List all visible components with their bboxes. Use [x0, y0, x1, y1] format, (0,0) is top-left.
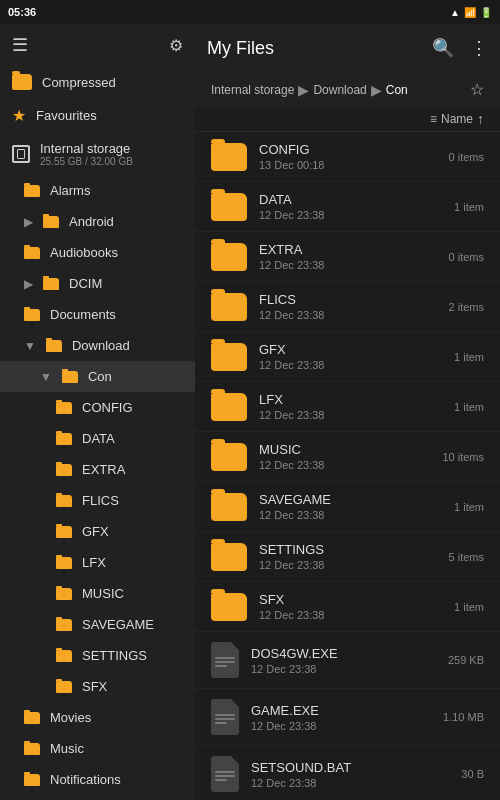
file-item[interactable]: SETTINGS 12 Dec 23:38 5 items	[195, 532, 500, 582]
file-name: DATA	[259, 192, 442, 207]
sort-label-text: Name	[441, 112, 473, 126]
file-count: 1 item	[454, 351, 484, 363]
sidebar-item-label: EXTRA	[82, 462, 125, 477]
storage-label: Internal storage	[40, 141, 133, 156]
file-icon	[211, 699, 239, 735]
folder-icon	[62, 371, 78, 383]
sidebar-item-savegame[interactable]: SAVEGAME	[0, 609, 195, 640]
file-count: 0 items	[449, 151, 484, 163]
sidebar-item-data[interactable]: DATA	[0, 423, 195, 454]
file-item[interactable]: GAME.EXE 12 Dec 23:38 1.10 MB	[195, 689, 500, 746]
sidebar-item-config[interactable]: CONFIG	[0, 392, 195, 423]
sidebar-item-gfx[interactable]: GFX	[0, 516, 195, 547]
sidebar-item-label: Android	[69, 214, 114, 229]
breadcrumb-sep: ▶	[298, 82, 309, 98]
status-bar: 05:36 ▲ 📶 🔋	[0, 0, 500, 24]
folder-icon	[56, 650, 72, 662]
file-name: SETTINGS	[259, 542, 437, 557]
file-item[interactable]: CONFIG 13 Dec 00:18 0 items	[195, 132, 500, 182]
sidebar-item-internal-storage[interactable]: Internal storage 25.55 GB / 32.00 GB	[0, 133, 195, 175]
folder-icon	[211, 493, 247, 521]
file-info: FLICS 12 Dec 23:38	[259, 292, 437, 321]
file-date: 12 Dec 23:38	[259, 559, 437, 571]
folder-icon	[24, 712, 40, 724]
wifi-icon: ▲	[450, 7, 460, 18]
file-item[interactable]: EXTRA 12 Dec 23:38 0 items	[195, 232, 500, 282]
file-count: 1 item	[454, 201, 484, 213]
file-info: DATA 12 Dec 23:38	[259, 192, 442, 221]
sidebar-item-flics[interactable]: FLICS	[0, 485, 195, 516]
file-date: 12 Dec 23:38	[259, 509, 442, 521]
file-info: CONFIG 13 Dec 00:18	[259, 142, 437, 171]
sort-direction-icon[interactable]: ↑	[477, 111, 484, 127]
sidebar-item-label: Documents	[50, 307, 116, 322]
file-item[interactable]: SAVEGAME 12 Dec 23:38 1 item	[195, 482, 500, 532]
sidebar-item-lfx[interactable]: LFX	[0, 547, 195, 578]
sidebar-item-favourites[interactable]: ★ Favourites	[0, 98, 195, 133]
sidebar-item-sfx[interactable]: SFX	[0, 671, 195, 702]
file-item[interactable]: SETSOUND.BAT 12 Dec 23:38 30 B	[195, 746, 500, 800]
sidebar-item-con[interactable]: ▼ Con	[0, 361, 195, 392]
chevron-down-icon: ▼	[40, 370, 52, 384]
folder-icon	[56, 402, 72, 414]
storage-icon	[12, 145, 30, 163]
file-item[interactable]: LFX 12 Dec 23:38 1 item	[195, 382, 500, 432]
sidebar-item-download[interactable]: ▼ Download	[0, 330, 195, 361]
sidebar-item-compressed[interactable]: Compressed	[0, 66, 195, 98]
right-panel: My Files 🔍 ⋮ Internal storage ▶ Download…	[195, 24, 500, 800]
sidebar-item-label: Con	[88, 369, 112, 384]
folder-icon	[24, 185, 40, 197]
folder-icon	[56, 681, 72, 693]
file-item[interactable]: FLICS 12 Dec 23:38 2 items	[195, 282, 500, 332]
settings-icon[interactable]: ⚙	[169, 36, 183, 55]
sidebar-item-android[interactable]: ▶ Android	[0, 206, 195, 237]
sidebar-item-settings[interactable]: SETTINGS	[0, 640, 195, 671]
breadcrumb-current: Con	[386, 83, 408, 97]
status-time: 05:36	[8, 6, 36, 18]
file-date: 12 Dec 23:38	[259, 309, 437, 321]
file-item[interactable]: SFX 12 Dec 23:38 1 item	[195, 582, 500, 632]
file-info: EXTRA 12 Dec 23:38	[259, 242, 437, 271]
folder-icon	[211, 243, 247, 271]
file-info: GFX 12 Dec 23:38	[259, 342, 442, 371]
file-date: 12 Dec 23:38	[251, 777, 449, 789]
sidebar-item-label: MUSIC	[82, 586, 124, 601]
file-item[interactable]: DATA 12 Dec 23:38 1 item	[195, 182, 500, 232]
file-icon	[211, 642, 239, 678]
sidebar-item-label: LFX	[82, 555, 106, 570]
breadcrumb-internal-storage[interactable]: Internal storage	[211, 83, 294, 97]
sort-name-button[interactable]: ≡ Name	[430, 112, 473, 126]
file-item[interactable]: MUSIC 12 Dec 23:38 10 items	[195, 432, 500, 482]
folder-icon	[24, 774, 40, 786]
file-item[interactable]: DOS4GW.EXE 12 Dec 23:38 259 KB	[195, 632, 500, 689]
search-icon[interactable]: 🔍	[432, 37, 454, 59]
file-count: 1 item	[454, 401, 484, 413]
sidebar-item-label: DCIM	[69, 276, 102, 291]
file-count: 1.10 MB	[443, 711, 484, 723]
file-count: 0 items	[449, 251, 484, 263]
sidebar-item-alarms[interactable]: Alarms	[0, 175, 195, 206]
sidebar-item-music-main[interactable]: Music	[0, 733, 195, 764]
file-info: SAVEGAME 12 Dec 23:38	[259, 492, 442, 521]
status-icons: ▲ 📶 🔋	[450, 7, 492, 18]
folder-icon	[43, 278, 59, 290]
folder-icon	[56, 526, 72, 538]
file-count: 10 items	[442, 451, 484, 463]
sidebar-item-label: Alarms	[50, 183, 90, 198]
sidebar-item-extra[interactable]: EXTRA	[0, 454, 195, 485]
hamburger-icon[interactable]: ☰	[12, 34, 28, 56]
sidebar-item-notifications[interactable]: Notifications	[0, 764, 195, 795]
sidebar-item-label: GFX	[82, 524, 109, 539]
sidebar-item-dcim[interactable]: ▶ DCIM	[0, 268, 195, 299]
top-bar-icons: 🔍 ⋮	[432, 37, 488, 59]
sidebar-item-audiobooks[interactable]: Audiobooks	[0, 237, 195, 268]
breadcrumb-download[interactable]: Download	[313, 83, 366, 97]
file-info: DOS4GW.EXE 12 Dec 23:38	[251, 646, 436, 675]
sidebar-item-movies[interactable]: Movies	[0, 702, 195, 733]
file-item[interactable]: GFX 12 Dec 23:38 1 item	[195, 332, 500, 382]
sidebar-item-documents[interactable]: Documents	[0, 299, 195, 330]
bookmark-icon[interactable]: ☆	[470, 80, 484, 99]
more-options-icon[interactable]: ⋮	[470, 37, 488, 59]
sidebar-item-music-sub[interactable]: MUSIC	[0, 578, 195, 609]
file-name: GFX	[259, 342, 442, 357]
